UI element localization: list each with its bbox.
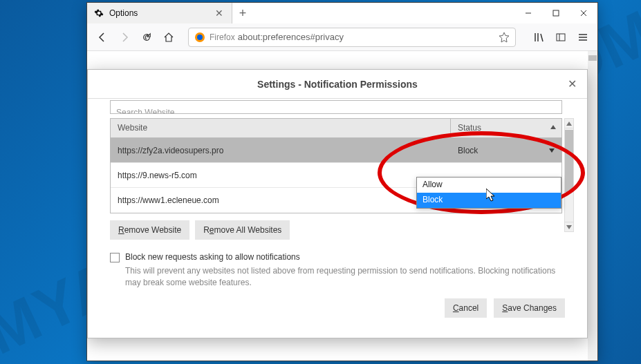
block-new-requests-row: Block new requests asking to allow notif… [110, 252, 565, 262]
website-cell: https://9.news-r5.com [111, 171, 451, 180]
tab-options[interactable]: Options ✕ [87, 3, 232, 23]
new-tab-button[interactable]: + [232, 3, 253, 23]
block-new-requests-checkbox[interactable] [110, 253, 120, 262]
scroll-down-button[interactable] [565, 222, 573, 231]
url-prefix: Firefox [210, 32, 235, 42]
firefox-icon [194, 32, 205, 43]
checkbox-description: This will prevent any websites not liste… [125, 265, 565, 289]
scroll-up-button[interactable] [565, 119, 573, 128]
page-scrollbar[interactable] [588, 51, 597, 361]
dropdown-option-block[interactable]: Block [417, 193, 561, 208]
checkbox-label[interactable]: Block new requests asking to allow notif… [125, 252, 300, 262]
notification-permissions-dialog: Settings - Notification Permissions ✕ Se… [87, 69, 588, 338]
url-bar[interactable]: Firefox about:preferences#privacy [188, 28, 516, 47]
svg-point-5 [197, 35, 203, 40]
remove-buttons-row: Remove Website Remove All Websites [110, 220, 576, 240]
column-website[interactable]: Website [111, 119, 451, 137]
dialog-header: Settings - Notification Permissions ✕ [88, 70, 587, 99]
content-area: Settings - Notification Permissions ✕ Se… [87, 51, 597, 361]
svg-rect-9 [557, 34, 565, 41]
url-text: about:preferences#privacy [238, 32, 499, 42]
cancel-button[interactable]: Cancel [445, 298, 487, 318]
gear-icon [94, 8, 104, 18]
home-button[interactable] [159, 28, 178, 47]
menu-button[interactable] [574, 28, 592, 46]
window-controls [514, 3, 597, 23]
remove-website-button[interactable]: Remove Website [110, 220, 189, 240]
dialog-footer: Cancel Save Changes [99, 289, 576, 327]
dialog-body: Search Website Website Status [88, 99, 587, 338]
svg-rect-1 [553, 10, 559, 16]
toolbar: Firefox about:preferences#privacy [87, 23, 597, 51]
close-button[interactable] [570, 3, 597, 23]
column-status-label: Status [458, 123, 481, 133]
titlebar: Options ✕ + [87, 3, 597, 23]
table-header: Website Status [111, 119, 561, 138]
website-cell: https://www1.ecleneue.com [111, 195, 451, 205]
status-value: Block [458, 146, 478, 155]
search-website-input[interactable]: Search Website [110, 100, 562, 114]
search-placeholder: Search Website [116, 108, 175, 114]
chevron-down-icon [549, 149, 555, 153]
tab-close-icon[interactable]: ✕ [214, 8, 225, 19]
browser-window: Options ✕ + Firefox about:preferences#pr… [86, 2, 598, 361]
sort-icon [550, 125, 556, 129]
scrollbar-thumb[interactable] [588, 55, 597, 61]
status-dropdown[interactable]: Block [451, 146, 561, 155]
status-dropdown-popup: Allow Block [416, 177, 561, 209]
dropdown-option-allow[interactable]: Allow [417, 178, 561, 193]
dialog-close-icon[interactable]: ✕ [565, 77, 579, 91]
reload-button[interactable] [137, 28, 156, 47]
scrollbar-thumb[interactable] [565, 130, 573, 192]
dialog-title: Settings - Notification Permissions [257, 79, 418, 90]
forward-button[interactable] [115, 28, 134, 47]
save-changes-button[interactable]: Save Changes [494, 298, 565, 318]
library-button[interactable] [530, 28, 548, 46]
website-cell: https://zfy2a.videosupers.pro [111, 146, 451, 155]
table-scrollbar[interactable] [564, 118, 574, 232]
maximize-button[interactable] [542, 3, 570, 23]
column-status[interactable]: Status [451, 119, 561, 137]
table-row[interactable]: https://zfy2a.videosupers.pro Block [111, 138, 561, 163]
minimize-button[interactable] [514, 3, 542, 23]
remove-all-button[interactable]: Remove All Websites [195, 220, 290, 240]
bookmark-star-icon[interactable] [499, 32, 510, 43]
back-button[interactable] [93, 28, 112, 47]
tab-label: Options [109, 8, 214, 18]
sidebar-button[interactable] [552, 28, 570, 46]
svg-line-8 [541, 34, 543, 41]
